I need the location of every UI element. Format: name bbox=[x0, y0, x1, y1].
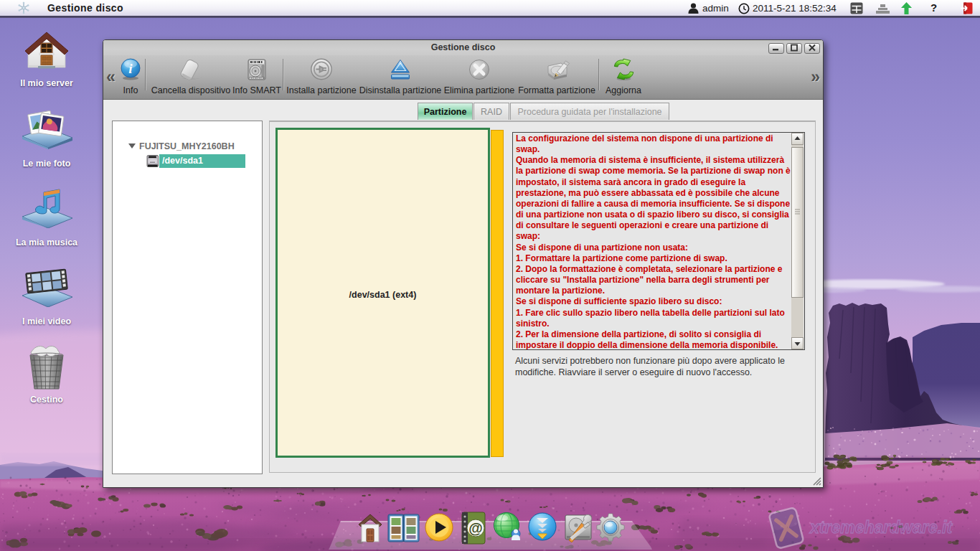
svg-text:i: i bbox=[128, 61, 133, 76]
svg-text:@: @ bbox=[468, 520, 483, 536]
